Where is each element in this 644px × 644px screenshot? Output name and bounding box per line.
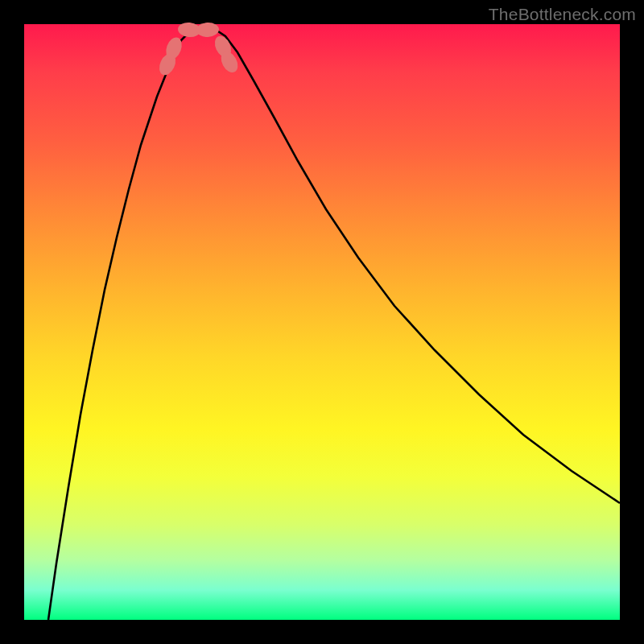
right-curve xyxy=(213,28,620,503)
plot-area xyxy=(24,24,620,620)
left-curve xyxy=(48,28,201,620)
chart-frame: TheBottleneck.com xyxy=(0,0,644,644)
data-marker xyxy=(196,22,220,37)
watermark-text: TheBottleneck.com xyxy=(489,5,636,24)
data-markers xyxy=(156,22,242,78)
curve-svg xyxy=(24,24,620,620)
